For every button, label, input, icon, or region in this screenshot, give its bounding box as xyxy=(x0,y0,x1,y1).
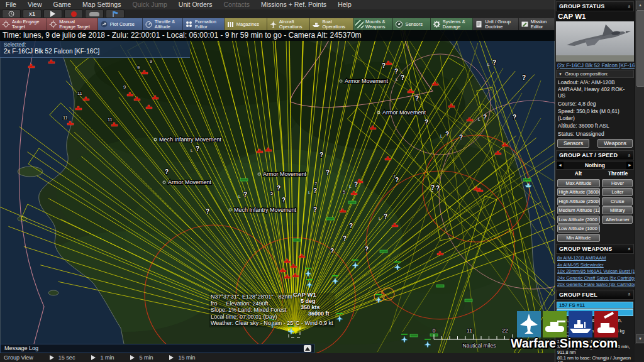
boat-operations-button[interactable]: BoatOperations xyxy=(310,18,353,30)
facility-icon[interactable] xyxy=(380,250,387,253)
menu-item-game[interactable]: Game xyxy=(48,0,77,9)
unknown-contact-icon[interactable]: ? xyxy=(394,68,398,75)
facility-icon[interactable] xyxy=(436,285,444,287)
recorder-button[interactable] xyxy=(85,9,104,18)
throttle-button-hover[interactable]: Hover xyxy=(602,179,633,187)
group-weapons-header[interactable]: GROUP WEAPONS « xyxy=(556,244,634,254)
sensors-button[interactable]: Sensors xyxy=(557,139,589,148)
facility-icon[interactable] xyxy=(465,299,472,302)
alt-button-medium-altitude-12000-ft-[interactable]: Medium Altitude (12000 ft) xyxy=(557,206,600,214)
time-compression-value[interactable]: x1 xyxy=(23,9,42,18)
collapse-icon[interactable]: « xyxy=(626,5,632,8)
throttle-button-afterburner[interactable]: Afterburner xyxy=(602,216,633,224)
weapon-link-2[interactable]: 10x 20mm/85 M61A1 Vulcan Burst [100 rnds… xyxy=(555,268,635,275)
sidebar-scrollbar[interactable]: ▲ ▼ xyxy=(635,0,644,344)
unknown-contact-icon[interactable]: ? xyxy=(319,151,323,158)
throttle-button-loiter[interactable]: Loiter xyxy=(602,188,633,196)
message-log-bar[interactable]: Message Log xyxy=(0,344,314,353)
throttle-button-military[interactable]: Military xyxy=(602,206,633,214)
menu-item-unit-orders[interactable]: Unit Orders xyxy=(173,0,218,9)
menu-item-missions-ref-points[interactable]: Missions + Ref. Points xyxy=(255,0,332,9)
alt-button-high-altitude-25000-ft-[interactable]: High Altitude (25000 ft) xyxy=(557,197,600,206)
facility-icon[interactable] xyxy=(240,178,248,181)
collapse-icon[interactable]: « xyxy=(626,248,632,251)
formation-editor-button[interactable]: FormationEditor xyxy=(183,18,225,30)
svg-text:?: ? xyxy=(326,169,330,176)
menu-item-quick-jump[interactable]: Quick Jump xyxy=(126,0,172,9)
collapse-icon[interactable]: « xyxy=(626,293,632,296)
unit-group-doctrine-button[interactable]: Unit / GroupDoctrine xyxy=(473,18,518,30)
alt-button-low-altitude-1000-ft-[interactable]: Low Altitude (1000 ft) xyxy=(557,224,600,233)
scroll-up-arrow[interactable]: ▲ xyxy=(636,1,644,9)
selector-left-arrow[interactable]: ◄ xyxy=(557,162,564,169)
unknown-contact-icon[interactable]: ? xyxy=(365,246,369,253)
weapon-link-1[interactable]: 4x AIM-9S Sidewinder xyxy=(555,262,635,269)
menu-item-help[interactable]: Help xyxy=(332,0,357,9)
sensor-icon xyxy=(395,20,403,28)
plot-course-button[interactable]: Plot Course xyxy=(98,18,143,30)
flag-button[interactable] xyxy=(106,9,125,18)
unknown-contact-icon[interactable]: ? xyxy=(513,114,516,121)
alt-button-high-altitude-36000-ft-[interactable]: High Altitude (36000 ft) xyxy=(557,188,600,196)
group-composition-link[interactable]: (2x F-16CJ Blk 52 Falcon [KF-16C]) xyxy=(555,62,635,69)
menu-item-view[interactable]: View xyxy=(22,0,48,9)
message-log-expand-button[interactable] xyxy=(304,345,311,352)
weapon-link-4[interactable]: 20x Generic Flare Salvo [3x Cartridges, … xyxy=(555,282,635,288)
alt-button-min-altitude[interactable]: Min Altitude xyxy=(557,234,600,242)
group-composition-toggle[interactable]: ▼ Group composition: xyxy=(556,70,634,78)
auto-engage-target-button[interactable]: Auto EngageTarget xyxy=(0,18,47,30)
play-button[interactable] xyxy=(43,9,62,18)
throttle-button-cruise[interactable]: Cruise xyxy=(602,197,633,206)
sensors-button[interactable]: Sensors xyxy=(393,18,430,30)
weapon-link-3[interactable]: 24x Generic Chaff Salvo [5x Cartridges] xyxy=(555,275,635,282)
unknown-contact-icon[interactable]: ? xyxy=(415,95,419,102)
speed-label: 15 sec xyxy=(58,354,75,361)
speed-option-5-min[interactable]: 5 min xyxy=(130,354,153,361)
speed-option-15-sec[interactable]: 15 sec xyxy=(50,354,75,361)
alt-button-low-altitude-2000-ft-[interactable]: Low Altitude (2000 ft) xyxy=(557,216,600,224)
magazines-button[interactable]: Magazines xyxy=(225,18,267,30)
unknown-contact-icon[interactable]: ? xyxy=(282,197,286,204)
facility-icon[interactable] xyxy=(410,334,418,337)
unknown-contact-icon[interactable]: ? xyxy=(459,134,463,141)
unknown-contact-icon[interactable]: ? xyxy=(349,222,353,229)
mission-editor-button[interactable]: MissionEditor xyxy=(519,18,555,30)
systems-damage-button[interactable]: Systems &Damage xyxy=(431,18,474,30)
scroll-thumb[interactable] xyxy=(636,10,644,87)
speed-option-15-min[interactable]: 15 min xyxy=(169,354,195,361)
unknown-contact-icon[interactable]: ? xyxy=(343,235,347,242)
group-fuel-header[interactable]: GROUP FUEL « xyxy=(556,290,634,300)
menu-item-contacts[interactable]: Contacts xyxy=(218,0,255,9)
weapon-link-0[interactable]: 8x AIM-120B AMRAAM xyxy=(555,255,635,262)
tactical-map[interactable]: ?L???L???L???L???L???L???L???L???L???L??… xyxy=(0,30,555,353)
unknown-contact-icon[interactable]: ? xyxy=(206,208,209,215)
speed-option-1-min[interactable]: 1 min xyxy=(91,354,114,361)
unknown-contact-icon[interactable]: ? xyxy=(330,248,334,255)
facility-icon[interactable] xyxy=(293,239,301,241)
aircraft-operations-button[interactable]: AircraftOperations xyxy=(267,18,311,30)
menu-item-map-settings[interactable]: Map Settings xyxy=(77,0,126,9)
unknown-contact-icon[interactable]: ? xyxy=(425,119,428,126)
unknown-contact-icon[interactable]: ? xyxy=(277,185,280,192)
throttle-altitude-button[interactable]: Throttle &Altitude xyxy=(143,18,183,30)
manual-engage-target-button[interactable]: ManualEngage Target xyxy=(47,18,98,30)
group-alt-speed-header[interactable]: GROUP ALT / SPEED « xyxy=(556,150,634,160)
unknown-contact-icon[interactable]: ? xyxy=(382,62,386,69)
fuel-unit-0[interactable]: 157 FS #11 xyxy=(557,302,633,309)
mounts-weapons-button[interactable]: Mounts &Weapons xyxy=(353,18,394,30)
unknown-contact-icon[interactable]: ? xyxy=(522,74,526,81)
alt-button-max-altitude[interactable]: Max Altitude xyxy=(557,179,600,187)
unknown-contact-icon[interactable]: ? xyxy=(326,169,330,176)
clock-icon-button[interactable] xyxy=(2,9,21,18)
mission-icon xyxy=(521,20,529,28)
collapse-icon[interactable]: « xyxy=(626,154,632,157)
facility-icon[interactable] xyxy=(326,217,334,220)
unknown-contact-icon[interactable]: ? xyxy=(165,168,169,175)
group-status-header[interactable]: GROUP STATUS « xyxy=(556,1,634,11)
selector-right-arrow[interactable]: ► xyxy=(626,162,633,169)
facility-icon[interactable] xyxy=(348,201,356,204)
record-button[interactable] xyxy=(64,9,83,18)
unknown-contact-icon[interactable]: ? xyxy=(313,206,317,213)
menu-item-file[interactable]: File xyxy=(0,0,22,9)
weapons-button[interactable]: Weapons xyxy=(597,139,633,148)
